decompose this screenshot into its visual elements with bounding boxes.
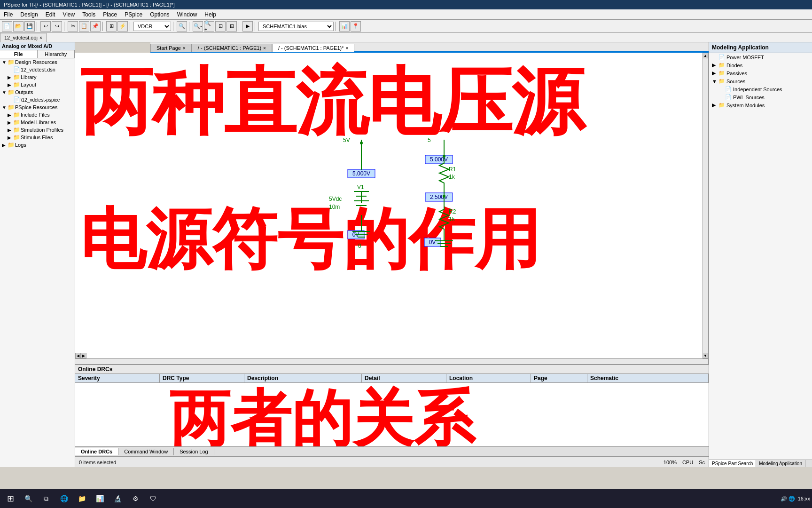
right-tree: 📄 Power MOSFET ▶ 📁 Diodes ▶ 📁 Passives ▼… bbox=[709, 53, 812, 460]
bottom-tab-online-drcs[interactable]: Online DRCs bbox=[75, 448, 118, 455]
taskbar-app2-icon[interactable]: 🔬 bbox=[109, 491, 126, 506]
schematic-dropdown[interactable]: SCHEMATIC1-bias bbox=[258, 22, 334, 31]
scroll-down-btn[interactable]: ▼ bbox=[703, 353, 708, 358]
scroll-up-btn[interactable]: ▲ bbox=[703, 53, 708, 58]
svg-text:5.000V: 5.000V bbox=[430, 156, 448, 163]
close-start-tab[interactable]: × bbox=[183, 46, 186, 51]
horizontal-scrollbar[interactable] bbox=[75, 358, 708, 364]
tree-stimulus-files[interactable]: ▶ 📁 Stimulus Files bbox=[0, 134, 75, 141]
schematic-area[interactable]: 两种直流电压源 电源符号的作用 5.000V 5.000V 2.500V bbox=[75, 53, 708, 364]
tab-schematic1-active[interactable]: / - (SCHEMATIC1 : PAGE1)* × bbox=[272, 44, 354, 52]
tree-logs[interactable]: ▶ 📁 Logs bbox=[0, 141, 75, 149]
tree-outputs-file[interactable]: 📄 \12_vdctest-pspice bbox=[0, 96, 75, 103]
menu-pspice[interactable]: PSpice bbox=[121, 10, 146, 19]
right-tab-pspice-part-search[interactable]: PSpice Part Search bbox=[709, 460, 756, 467]
menu-help[interactable]: Help bbox=[201, 10, 220, 19]
menu-view[interactable]: View bbox=[59, 10, 78, 19]
tree-library[interactable]: ▶ 📁 Library bbox=[0, 73, 75, 81]
tab-start-page[interactable]: Start Page × bbox=[150, 44, 192, 52]
zoom-out-btn[interactable]: 🔍- bbox=[193, 21, 203, 32]
system-tray: 🔊 🌐 16:xx bbox=[781, 496, 810, 502]
svg-point-13 bbox=[360, 142, 363, 144]
left-tab-hierarchy[interactable]: Hierarchy bbox=[38, 50, 75, 58]
search-btn[interactable]: 🔍 bbox=[177, 21, 187, 32]
save-btn[interactable]: 💾 bbox=[24, 21, 35, 32]
menu-options[interactable]: Options bbox=[146, 10, 173, 19]
close-sch1a-tab[interactable]: × bbox=[346, 46, 349, 51]
right-panel-header: Modeling Application bbox=[709, 42, 812, 53]
tab-schematic1[interactable]: / - (SCHEMATIC1 : PAGE1) × bbox=[192, 44, 272, 52]
open-btn[interactable]: 📂 bbox=[13, 21, 23, 32]
page-tab-bar: Start Page × / - (SCHEMATIC1 : PAGE1) × … bbox=[150, 42, 709, 53]
start-btn[interactable]: ⊞ bbox=[2, 491, 19, 506]
nav-left-btn[interactable]: ◀ ▶ bbox=[75, 353, 86, 358]
tree-design-resources[interactable]: ▼ 📁 Design Resources bbox=[0, 58, 75, 66]
right-tab-modeling-app[interactable]: Modeling Application bbox=[756, 460, 805, 467]
marker-btn[interactable]: 📍 bbox=[351, 21, 361, 32]
zoom-in-btn[interactable]: 🔍+ bbox=[204, 21, 214, 32]
zoom-area-btn[interactable]: ⊞ bbox=[226, 21, 237, 32]
right-tree-passives[interactable]: ▶ 📁 Passives bbox=[709, 69, 812, 77]
taskbar-app1-icon[interactable]: 📊 bbox=[91, 491, 108, 506]
right-tree-pwl-sources[interactable]: 📄 PWL Sources bbox=[709, 93, 812, 101]
tree-layout[interactable]: ▶ 📁 Layout bbox=[0, 81, 75, 88]
right-tree-diodes[interactable]: ▶ 📁 Diodes bbox=[709, 61, 812, 69]
col-severity: Severity bbox=[75, 374, 160, 382]
right-tree-sources[interactable]: ▼ 📁 Sources bbox=[709, 77, 812, 85]
svg-text:R2: R2 bbox=[449, 208, 456, 215]
sep8 bbox=[255, 22, 257, 31]
right-tree-independent-sources[interactable]: 📄 Independent Sources bbox=[709, 85, 812, 93]
svg-text:1k: 1k bbox=[449, 216, 455, 222]
search-taskbar-btn[interactable]: 🔍 bbox=[20, 491, 37, 506]
menu-place[interactable]: Place bbox=[99, 10, 121, 19]
circuit-svg: 5.000V 5.000V 2.500V 0V 0V bbox=[75, 53, 703, 358]
taskbar-app4-icon[interactable]: 🛡 bbox=[145, 491, 162, 506]
drc-content: 两者的关系 bbox=[75, 383, 709, 446]
close-sch1-tab[interactable]: × bbox=[263, 46, 266, 51]
new-btn[interactable]: 📄 bbox=[2, 21, 12, 32]
snap-btn[interactable]: ⊞ bbox=[106, 21, 117, 32]
tree-include-files[interactable]: ▶ 📁 Include Files bbox=[0, 111, 75, 119]
tree-model-libraries[interactable]: ▶ 📁 Model Libraries bbox=[0, 119, 75, 126]
taskbar-folder-icon[interactable]: 📁 bbox=[73, 491, 90, 506]
title-bar: PSpice for TI-[/ - (SCHEMATIC1 : PAGE1)]… bbox=[0, 0, 812, 9]
menu-edit[interactable]: Edit bbox=[42, 10, 59, 19]
tree-pspice-resources[interactable]: ▼ 📁 PSpice Resources bbox=[0, 103, 75, 111]
tree-dsn-file[interactable]: 📄 12_vdctest.dsn bbox=[0, 66, 75, 73]
tree-outputs[interactable]: ▼ 📁 Outputs bbox=[0, 88, 75, 96]
taskbar-ie-icon[interactable]: 🌐 bbox=[55, 491, 72, 506]
probe-btn[interactable]: 📊 bbox=[339, 21, 350, 32]
copy-btn[interactable]: 📋 bbox=[79, 21, 89, 32]
paste-btn[interactable]: 📌 bbox=[90, 21, 101, 32]
vertical-scrollbar[interactable] bbox=[703, 53, 708, 364]
bottom-tab-command[interactable]: Command Window bbox=[118, 448, 174, 455]
col-page: Page bbox=[531, 374, 587, 382]
component-dropdown[interactable]: VDCR bbox=[133, 22, 171, 31]
taskview-btn[interactable]: ⧉ bbox=[38, 491, 55, 506]
left-tab-file[interactable]: File bbox=[0, 50, 38, 58]
svg-text:R1: R1 bbox=[449, 166, 456, 173]
close-project-tab[interactable]: × bbox=[39, 35, 42, 40]
right-tree-system-modules[interactable]: ▶ 📁 System Modules bbox=[709, 101, 812, 109]
bottom-panel: Online DRCs Severity DRC Type Descriptio… bbox=[75, 364, 709, 446]
bottom-tab-session[interactable]: Session Log bbox=[174, 448, 214, 455]
menu-design[interactable]: Design bbox=[16, 10, 41, 19]
drc-btn[interactable]: ⚡ bbox=[117, 21, 128, 32]
file-tab-project[interactable]: 12_vdctest.opj × bbox=[0, 33, 47, 42]
right-tree-power-mosfet[interactable]: 📄 Power MOSFET bbox=[709, 53, 812, 61]
taskbar-app3-icon[interactable]: ⚙ bbox=[127, 491, 144, 506]
tray-icons[interactable]: 🔊 🌐 bbox=[781, 496, 795, 502]
zoom-fit-btn[interactable]: ⊡ bbox=[215, 21, 226, 32]
scroll-label: Sc bbox=[699, 460, 705, 465]
cpu-label: CPU bbox=[682, 460, 693, 465]
run-btn[interactable]: ▶ bbox=[242, 21, 253, 32]
menu-file[interactable]: File bbox=[0, 10, 16, 19]
menu-tools[interactable]: Tools bbox=[78, 10, 99, 19]
redo-btn[interactable]: ↪ bbox=[52, 21, 62, 32]
svg-text:0V: 0V bbox=[429, 239, 436, 246]
undo-btn[interactable]: ↩ bbox=[40, 21, 51, 32]
tree-simulation-profiles[interactable]: ▶ 📁 Simulation Profiles bbox=[0, 126, 75, 134]
col-schematic: Schematic bbox=[587, 374, 709, 382]
cut-btn[interactable]: ✂ bbox=[68, 21, 78, 32]
menu-window[interactable]: Window bbox=[173, 10, 201, 19]
